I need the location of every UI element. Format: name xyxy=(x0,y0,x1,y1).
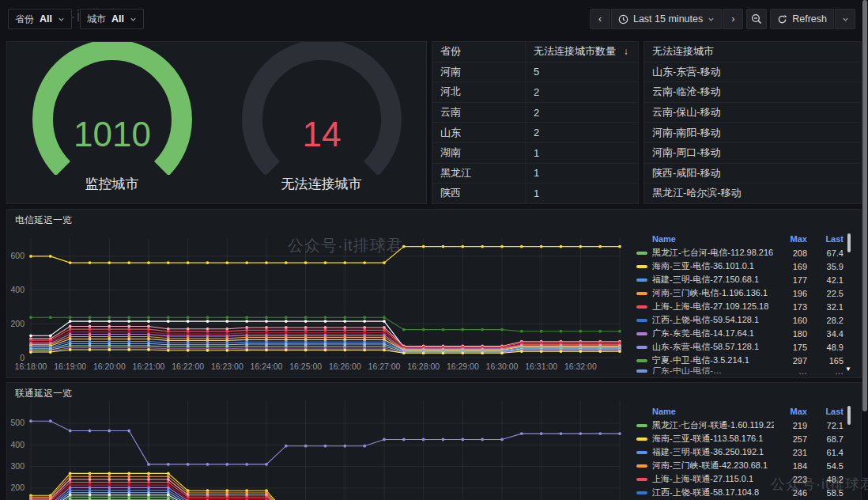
y-axis-tick: 500 xyxy=(10,418,25,427)
series-max: 175 xyxy=(779,343,807,352)
time-range-picker[interactable]: Last 15 minutes xyxy=(611,9,722,29)
province-filter-value: All xyxy=(40,13,52,25)
list-item: 河南-南阳-移动 xyxy=(644,123,861,143)
y-axis-tick: 300 xyxy=(10,461,25,471)
dashboard: 公众号·it排球君 省份 All 城市 All ‹ xyxy=(0,0,868,500)
province-filter[interactable]: 省份 All xyxy=(8,9,72,29)
city-filter[interactable]: 城市 All xyxy=(80,9,144,29)
series-line xyxy=(31,421,620,464)
legend-col-name[interactable]: Name xyxy=(636,234,774,244)
series-max: 297 xyxy=(779,356,807,366)
x-axis-tick: 16:20:00 xyxy=(93,362,126,371)
series-color-swatch xyxy=(636,359,647,362)
list-body: 山东-东营-移动云南-临沧-移动云南-保山-移动河南-南阳-移动河南-周口-移动… xyxy=(644,62,861,204)
series-color-swatch xyxy=(636,369,647,373)
series-name: 江西-上饶-电信-59.54.128.1 xyxy=(652,314,774,326)
series-line xyxy=(31,247,620,263)
legend-row[interactable]: 上海-上海-电信-27.109.125.1817332.1 xyxy=(635,300,853,313)
series-last: 67.4 xyxy=(812,248,843,258)
series-color-swatch xyxy=(636,292,647,295)
y-axis-tick: 600 xyxy=(10,251,25,260)
series-color-swatch xyxy=(636,332,647,335)
city-filter-label: 城市 xyxy=(87,13,106,26)
chevron-down-icon xyxy=(58,16,65,23)
series-max: 223 xyxy=(779,475,807,484)
refresh-interval-dropdown[interactable] xyxy=(835,9,855,29)
series-color-swatch xyxy=(636,346,647,349)
table-row: 陕西1 xyxy=(432,184,638,204)
page-scrollbar[interactable] xyxy=(862,0,867,500)
panel-title[interactable]: 电信延迟一览 xyxy=(7,210,861,227)
count-cell: 2 xyxy=(526,86,638,98)
table-body: 河南5河北2云南2山东2湖南1黑龙江1陕西1 xyxy=(432,62,638,204)
legend-row[interactable]: 福建-三明-电信-27.150.68.117742.1 xyxy=(635,273,853,286)
series-last: 48.9 xyxy=(812,343,843,352)
legend-col-max[interactable]: Max xyxy=(779,234,807,244)
count-cell: 1 xyxy=(526,147,638,159)
topbar: 省份 All 城市 All ‹ Last 15 minutes xyxy=(0,0,868,36)
column-header-province[interactable]: 省份 xyxy=(432,42,526,62)
page-scrollbar-thumb[interactable] xyxy=(862,0,867,411)
refresh-button[interactable]: Refresh xyxy=(770,9,834,29)
series-last: 61.4 xyxy=(812,448,843,457)
legend-row[interactable]: 山东-东营-电信-58.57.128.117548.9 xyxy=(635,340,853,354)
count-cell: 5 xyxy=(526,66,638,78)
gauge-value: 14 xyxy=(302,115,341,153)
province-cell: 山东 xyxy=(432,123,526,142)
legend-row[interactable]: 宁夏-中卫-电信-3.5.214.1297165 xyxy=(635,354,853,367)
series-last: 28.2 xyxy=(812,316,843,325)
series-line xyxy=(31,493,620,500)
legend-row[interactable]: 江西-上饶-联通-58.17.104.824658.5 xyxy=(635,486,853,499)
column-header-count-label: 无法连接城市数量 xyxy=(534,45,616,57)
series-last: 22.5 xyxy=(812,289,843,298)
legend-col-last[interactable]: Last xyxy=(812,234,843,244)
x-axis-tick: 16:31:00 xyxy=(525,362,557,371)
series-name: 广东-东莞-电信-14.17.64.1 xyxy=(652,328,774,339)
legend-row[interactable]: 河南-三门峡-联通-42.230.68.118454.5 xyxy=(635,459,853,472)
legend-row[interactable]: 广东-中山-电信-……… xyxy=(635,367,853,374)
series-name: 宁夏-中卫-电信-3.5.214.1 xyxy=(652,354,774,366)
table-row: 河南5 xyxy=(432,62,638,83)
monitored-cities-gauge: 1010 监控城市 xyxy=(7,42,217,205)
x-axis-tick: 16:26:00 xyxy=(329,362,361,371)
legend-row[interactable]: 河南-三门峡-电信-1.196.136.119622.5 xyxy=(635,286,853,300)
unicom-legend: NameMaxLast黑龙江-七台河-联通-1.60.119.22221972.… xyxy=(635,404,853,500)
series-line xyxy=(31,473,620,500)
legend-scrollbar[interactable] xyxy=(847,406,851,425)
column-header-count[interactable]: 无法连接城市数量 ↓ xyxy=(526,44,638,59)
legend-row[interactable]: 上海-上海-联通-27.115.0.122348.2 xyxy=(635,472,853,486)
series-last: 72.1 xyxy=(812,421,843,430)
table-row: 湖南1 xyxy=(432,143,638,164)
series-name: 江西-上饶-联通-58.17.104.8 xyxy=(652,487,774,498)
legend-row[interactable]: 海南-三亚-联通-113.58.176.125768.7 xyxy=(635,432,853,445)
legend-row[interactable]: 福建-三明-联通-36.250.192.123161.4 xyxy=(635,445,853,459)
legend-row[interactable]: 江西-上饶-电信-59.54.128.116028.2 xyxy=(635,313,853,327)
legend-row[interactable]: 黑龙江-七台河-电信-112.98.216.120867.4 xyxy=(635,246,853,259)
series-color-swatch xyxy=(636,438,647,441)
series-max: 184 xyxy=(779,461,807,471)
legend-col-name[interactable]: Name xyxy=(636,407,774,416)
time-back-button[interactable]: ‹ xyxy=(590,9,610,29)
telecom-legend: ▼ NameMaxLast黑龙江-七台河-电信-112.98.216.12086… xyxy=(635,232,853,374)
series-max: 180 xyxy=(779,329,807,339)
series-max: 231 xyxy=(779,448,807,457)
clock-icon xyxy=(618,14,628,25)
panel-title[interactable]: 联通延迟一览 xyxy=(7,383,861,400)
zoom-out-button[interactable] xyxy=(746,9,767,29)
x-axis-tick: 16:28:00 xyxy=(407,362,440,371)
legend-col-max[interactable]: Max xyxy=(779,407,807,416)
series-name: 上海-上海-联通-27.115.0.1 xyxy=(652,473,774,485)
y-axis-tick: 200 xyxy=(10,319,25,328)
province-cell: 河南 xyxy=(432,62,526,82)
legend-row[interactable]: 黑龙江-七台河-联通-1.60.119.22221972.1 xyxy=(635,419,853,432)
legend-row[interactable]: 海南-三亚-电信-36.101.0.116935.9 xyxy=(635,259,853,273)
time-forward-button[interactable]: › xyxy=(723,9,743,29)
series-last: 42.1 xyxy=(812,275,843,285)
province-cell: 陕西 xyxy=(432,184,526,203)
legend-scrollbar[interactable] xyxy=(847,233,851,252)
gauge-value: 1010 xyxy=(74,115,151,153)
series-color-swatch xyxy=(636,478,647,481)
list-item: 河南-周口-移动 xyxy=(644,143,861,164)
legend-row[interactable]: 广东-东莞-电信-14.17.64.118034.4 xyxy=(635,327,853,340)
legend-col-last[interactable]: Last xyxy=(812,407,843,416)
